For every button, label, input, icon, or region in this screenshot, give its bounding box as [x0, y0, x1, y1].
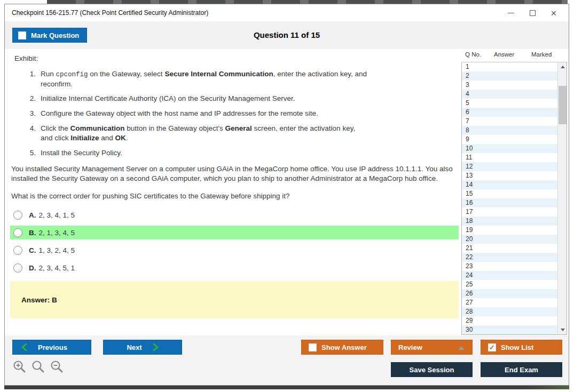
question-list-row[interactable]: 23 [462, 262, 567, 271]
question-number: 25 [466, 281, 473, 288]
check-icon: ✓ [489, 344, 495, 351]
exhibit-label: Exhibit: [14, 54, 460, 62]
question-number: 13 [466, 172, 473, 179]
question-list-row[interactable]: 21 [462, 244, 567, 253]
question-list-row[interactable]: 22 [462, 253, 567, 262]
minimize-button[interactable] [500, 4, 522, 21]
question-number: 24 [466, 271, 473, 279]
question-content: Exhibit: 1. Run cpconfig on the Gateway,… [10, 49, 460, 318]
question-list-row[interactable]: 25 [462, 280, 567, 289]
end-exam-button[interactable]: End Exam [481, 362, 562, 377]
dropdown-up-icon [458, 346, 465, 350]
option-d[interactable]: D. 2, 3, 4, 5, 1 [10, 261, 459, 275]
window-controls: × [500, 4, 564, 21]
show-answer-button[interactable]: Show Answer [301, 340, 383, 355]
question-number: 30 [466, 326, 473, 333]
question-list-row[interactable]: 11 [462, 153, 567, 162]
zoom-out-icon[interactable] [50, 360, 64, 374]
save-session-button[interactable]: Save Session [391, 362, 473, 377]
question-list-row[interactable]: 2 [462, 71, 567, 81]
scrollbar-thumb[interactable] [559, 86, 567, 124]
step-number: 2. [24, 94, 36, 103]
question-list-row[interactable]: 5 [462, 99, 567, 108]
question-list-row[interactable]: 8 [462, 126, 567, 135]
step-text: Click the Communication button in the Ga… [41, 124, 368, 143]
question-list-row[interactable]: 29 [462, 316, 567, 325]
next-label: Next [127, 343, 141, 351]
mark-question-button[interactable]: Mark Question [12, 28, 87, 43]
answer-label: Answer: B [21, 296, 57, 304]
question-list-row[interactable]: 3 [462, 81, 567, 90]
question-list-row[interactable]: 12 [462, 162, 567, 171]
question-list-row[interactable]: 17 [462, 207, 567, 217]
question-list-row[interactable]: 9 [462, 135, 567, 144]
question-list-row[interactable]: 7 [462, 117, 567, 126]
question-list-row[interactable]: 10 [462, 144, 567, 153]
question-list-row[interactable]: 20 [462, 235, 567, 244]
question-prompt: What is the correct order for pushing SI… [11, 192, 460, 200]
step-text: Initialize Internal Certificate Authorit… [41, 94, 295, 103]
chevron-right-icon [153, 343, 159, 351]
scroll-down-icon [561, 329, 565, 331]
question-counter: Question 11 of 15 [5, 21, 569, 49]
question-number: 14 [466, 181, 473, 188]
question-list-row[interactable]: 19 [462, 226, 567, 235]
question-rows: 1234567891011121314151617181920212223242… [462, 62, 567, 334]
question-number: 8 [466, 126, 469, 134]
radio-icon[interactable] [13, 228, 22, 237]
question-list-row[interactable]: 16 [462, 198, 567, 207]
radio-icon[interactable] [13, 246, 22, 255]
question-list-row[interactable]: 15 [462, 189, 567, 198]
radio-icon[interactable] [13, 211, 22, 220]
exhibit-step: 3. Configure the Gateway object with the… [24, 109, 368, 118]
question-list-row[interactable]: 1 [462, 62, 567, 71]
question-number: 11 [466, 154, 472, 161]
question-list-row[interactable]: 13 [462, 171, 567, 180]
chevron-left-icon [21, 343, 27, 351]
question-number: 18 [466, 217, 473, 225]
zoom-in-icon[interactable] [12, 360, 26, 374]
question-number: 27 [466, 299, 473, 306]
option-c[interactable]: C. 1, 3, 2, 4, 5 [10, 243, 459, 257]
question-list-row[interactable]: 6 [462, 108, 567, 117]
review-label: Review [398, 343, 422, 351]
scenario-text: You installed Security Management Server… [11, 164, 462, 183]
question-number: 23 [466, 262, 473, 270]
step-text: Run cpconfig on the Gateway, select Secu… [41, 69, 368, 89]
question-number: 22 [466, 253, 473, 261]
question-list-row[interactable]: 30 [462, 325, 567, 334]
step-text: Install the Security Policy. [41, 148, 122, 158]
question-number: 28 [466, 308, 473, 315]
option-a[interactable]: A. 2, 3, 4, 1, 5 [10, 208, 459, 222]
exhibit-step: 4. Click the Communication button in the… [24, 124, 368, 143]
question-list-row[interactable]: 4 [462, 90, 567, 99]
scroll-up-button[interactable] [558, 62, 567, 71]
question-list-row[interactable]: 14 [462, 180, 567, 189]
window-title: Checkpoint 156-215.77 (Check Point Certi… [12, 4, 208, 21]
title-bar: Checkpoint 156-215.77 (Check Point Certi… [5, 4, 569, 21]
scroll-up-icon [561, 66, 565, 68]
question-list-row[interactable]: 27 [462, 298, 567, 307]
question-list-scrollbar[interactable] [557, 62, 567, 334]
footer-bar: Previous Next Show Answer Review ✓ Show … [5, 335, 569, 385]
close-button[interactable]: × [543, 4, 564, 21]
review-button[interactable]: Review [391, 340, 473, 355]
previous-button[interactable]: Previous [12, 340, 91, 355]
option-b[interactable]: B. 2, 1, 3, 4, 5 [10, 226, 459, 239]
show-list-button[interactable]: ✓ Show List [481, 340, 562, 355]
question-number: 29 [466, 317, 473, 324]
radio-icon[interactable] [13, 263, 22, 273]
exam-window: Checkpoint 156-215.77 (Check Point Certi… [4, 4, 569, 386]
question-list-row[interactable]: 18 [462, 217, 567, 226]
question-list-header: Q No. Answer Marked [461, 49, 567, 62]
step-number: 3. [24, 109, 36, 118]
step-text: Configure the Gateway object with the ho… [41, 109, 318, 118]
question-list-row[interactable]: 26 [462, 289, 567, 298]
maximize-button[interactable] [522, 4, 543, 21]
question-list-row[interactable]: 24 [462, 271, 567, 280]
scroll-down-button[interactable] [558, 325, 567, 334]
next-button[interactable]: Next [103, 340, 182, 355]
show-list-checkbox-icon: ✓ [488, 343, 496, 351]
question-list-row[interactable]: 28 [462, 307, 567, 316]
zoom-icon[interactable] [31, 360, 45, 374]
